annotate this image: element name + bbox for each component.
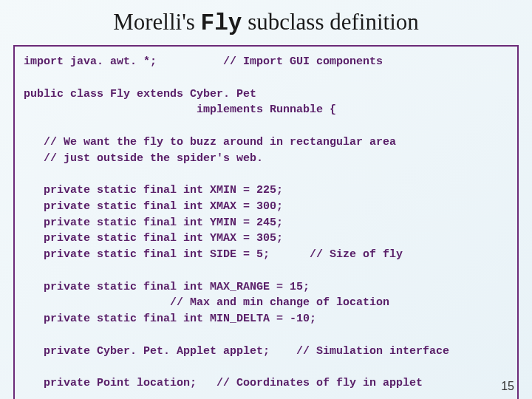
title-mono: Fly	[201, 10, 242, 36]
code-line: // We want the fly to buzz around in rec…	[24, 136, 396, 149]
code-line: private static final int MAX_RANGE = 15;	[24, 281, 310, 293]
code-line: implements Runnable {	[24, 103, 336, 116]
code-block: import java. awt. *; // Import GUI compo…	[24, 54, 508, 392]
code-line: private static final int XMIN = 225;	[24, 184, 283, 197]
code-line: public class Fly extends Cyber. Pet	[24, 88, 256, 100]
title-suffix: subclass definition	[242, 9, 418, 35]
code-line: private Cyber. Pet. Applet applet; // Si…	[24, 345, 449, 358]
code-line: private static final int YMAX = 305;	[24, 232, 283, 245]
code-line: private static final int MIN_DELTA = -10…	[24, 313, 316, 325]
code-line: private static final int XMAX = 300;	[24, 200, 283, 213]
code-line: // Max and min change of location	[24, 296, 389, 309]
code-line: private Point location; // Coordinates o…	[24, 377, 423, 389]
code-line: private static final int YMIN = 245;	[24, 216, 283, 229]
code-line: import java. awt. *; // Import GUI compo…	[24, 55, 383, 68]
slide-title: Morelli's Fly subclass definition	[0, 0, 532, 42]
page-number: 15	[501, 380, 514, 393]
code-line: private static final int SIDE = 5; // Si…	[24, 248, 403, 261]
title-prefix: Morelli's	[113, 9, 200, 35]
code-box: import java. awt. *; // Import GUI compo…	[13, 45, 519, 399]
code-line: // just outside the spider's web.	[24, 152, 263, 165]
